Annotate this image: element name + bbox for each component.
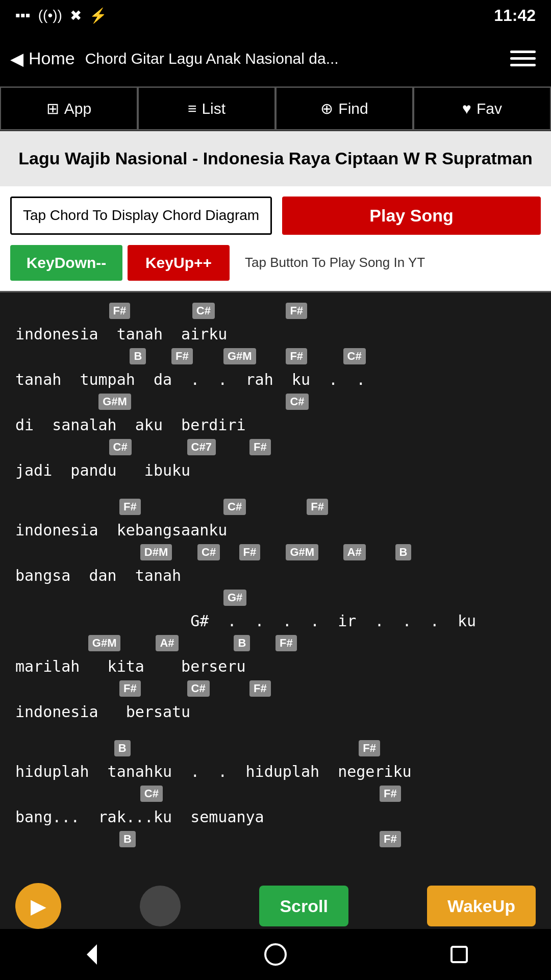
chord-tag[interactable]: B xyxy=(114,740,131,756)
chord-tag[interactable]: F# xyxy=(119,680,141,697)
lyric-text: bang... rak...ku semuanya xyxy=(15,807,536,827)
chord-tag[interactable]: F# xyxy=(380,786,401,802)
chord-tag[interactable]: C# xyxy=(286,394,308,410)
chord-tag[interactable]: F# xyxy=(239,544,261,560)
chord-tag[interactable]: D#M xyxy=(140,544,172,560)
tab-app[interactable]: ⊞ App xyxy=(0,87,138,130)
chord-tag[interactable]: C# xyxy=(192,303,215,319)
song-line: C#F#bang... rak...ku semuanya xyxy=(15,786,536,827)
nav-tabs: ⊞ App ≡ List ⊕ Find ♥ Fav xyxy=(0,87,551,131)
keyup-button[interactable]: KeyUp++ xyxy=(128,245,230,281)
home-button[interactable]: ◀ Home xyxy=(10,48,75,69)
chords-row: G#MA#BF# xyxy=(15,635,536,655)
chords-row: BF# xyxy=(15,740,536,761)
controls-row1: Tap Chord To Display Chord Diagram Play … xyxy=(10,197,541,235)
chord-tag[interactable]: C#7 xyxy=(187,439,216,455)
chord-tag[interactable]: F# xyxy=(286,348,307,364)
chord-tag[interactable]: F# xyxy=(307,499,328,515)
next-button[interactable]: ▶ xyxy=(15,883,61,929)
tap-play-hint: Tap Button To Play Song In YT xyxy=(245,255,541,271)
tab-list[interactable]: ≡ List xyxy=(138,87,276,130)
chord-tag[interactable]: G#M xyxy=(98,394,131,410)
nav-recent-button[interactable] xyxy=(439,934,480,975)
lyric-text: indonesia tanah airku xyxy=(15,324,536,344)
navigation-bar xyxy=(0,929,551,980)
back-arrow-icon: ◀ xyxy=(10,48,23,69)
chord-tag[interactable]: C# xyxy=(197,544,220,560)
chord-tag[interactable]: B xyxy=(119,831,136,847)
tab-list-label: List xyxy=(202,100,226,117)
tab-find[interactable]: ⊕ Find xyxy=(276,87,413,130)
song-line: D#MC#F#G#MA#Bbangsa dan tanah xyxy=(15,544,536,585)
song-line: G#MC#di sanalah aku berdiri xyxy=(15,394,536,435)
menu-button[interactable] xyxy=(510,43,541,74)
svg-rect-2 xyxy=(452,947,467,962)
chord-tag[interactable]: F# xyxy=(171,348,193,364)
tab-fav[interactable]: ♥ Fav xyxy=(413,87,551,130)
chords-row: C#C#7F# xyxy=(15,439,536,459)
chord-tag[interactable]: F# xyxy=(286,303,307,319)
signal-icon: ▪▪▪ xyxy=(15,7,31,23)
svg-point-1 xyxy=(265,944,286,965)
wakeup-button[interactable]: WakeUp xyxy=(427,886,536,926)
chord-tag[interactable]: G#M xyxy=(88,635,121,651)
chord-tag[interactable]: F# xyxy=(276,635,297,651)
song-line xyxy=(15,726,536,736)
chord-tag[interactable]: B xyxy=(130,348,146,364)
next-icon: ▶ xyxy=(31,894,46,918)
time-display: 11:42 xyxy=(494,6,536,25)
chords-row: BF# xyxy=(15,831,536,851)
chord-tag[interactable]: G#M xyxy=(286,544,318,560)
lyric-text: indonesia kebangsaanku xyxy=(15,520,536,540)
chords-row: BF#G#MF#C# xyxy=(15,348,536,369)
fav-icon: ♥ xyxy=(462,100,471,117)
chord-tag[interactable]: F# xyxy=(380,831,401,847)
wifi-icon: ((•)) xyxy=(38,7,62,23)
header: ◀ Home Chord Gitar Lagu Anak Nasional da… xyxy=(0,31,551,87)
controls-row2: KeyDown-- KeyUp++ Tap Button To Play Son… xyxy=(10,245,541,281)
song-line: G# G# . . . . ir . . . ku xyxy=(15,590,536,631)
chord-tag[interactable]: F# xyxy=(359,740,380,756)
chord-tag[interactable]: G#M xyxy=(223,348,256,364)
find-icon: ⊕ xyxy=(320,100,333,117)
song-title: Lagu Wajib Nasional - Indonesia Raya Cip… xyxy=(10,146,541,171)
tab-find-label: Find xyxy=(338,100,368,117)
chord-tag[interactable]: F# xyxy=(119,499,141,515)
song-line: G#MA#BF#marilah kita berseru xyxy=(15,635,536,676)
scroll-button[interactable]: Scroll xyxy=(259,886,348,926)
song-line: F#C#F#indonesia bersatu xyxy=(15,680,536,722)
chord-tag[interactable]: G# xyxy=(223,590,246,606)
chords-row: F#C#F# xyxy=(15,303,536,323)
chord-tag[interactable]: B xyxy=(234,635,250,651)
song-title-area: Lagu Wajib Nasional - Indonesia Raya Cip… xyxy=(0,131,551,186)
nav-home-button[interactable] xyxy=(255,934,296,975)
song-line: BF#G#MF#C#tanah tumpah da . . rah ku . . xyxy=(15,348,536,389)
home-label: Home xyxy=(29,48,75,68)
chord-tag[interactable]: F# xyxy=(249,439,271,455)
chord-tag[interactable]: F# xyxy=(249,680,271,697)
chords-row: G# xyxy=(15,590,536,610)
chord-tag[interactable]: C# xyxy=(187,680,210,697)
song-line xyxy=(15,484,536,495)
chord-tag[interactable]: C# xyxy=(343,348,366,364)
chord-tag[interactable]: C# xyxy=(140,786,163,802)
chords-row: D#MC#F#G#MA#B xyxy=(15,544,536,565)
nav-back-button[interactable] xyxy=(71,934,112,975)
chords-row: F#C#F# xyxy=(15,680,536,701)
chord-tag[interactable]: F# xyxy=(109,303,131,319)
keydown-button[interactable]: KeyDown-- xyxy=(10,245,122,281)
lyric-text: tanah tumpah da . . rah ku . . xyxy=(15,370,536,389)
chords-row: C#F# xyxy=(15,786,536,806)
lyric-text: marilah kita berseru xyxy=(15,656,536,676)
chord-tag[interactable]: B xyxy=(395,544,412,560)
play-song-button[interactable]: Play Song xyxy=(282,197,541,235)
song-line: F#C#F#indonesia tanah airku xyxy=(15,303,536,344)
chord-tag[interactable]: C# xyxy=(109,439,132,455)
tap-chord-button[interactable]: Tap Chord To Display Chord Diagram xyxy=(10,197,272,235)
chord-tag[interactable]: C# xyxy=(223,499,246,515)
svg-marker-0 xyxy=(87,944,97,965)
tab-app-label: App xyxy=(64,100,91,117)
chord-tag[interactable]: A# xyxy=(156,635,178,651)
chord-tag[interactable]: A# xyxy=(343,544,366,560)
lyric-text: G# . . . . ir . . . ku xyxy=(15,611,536,631)
